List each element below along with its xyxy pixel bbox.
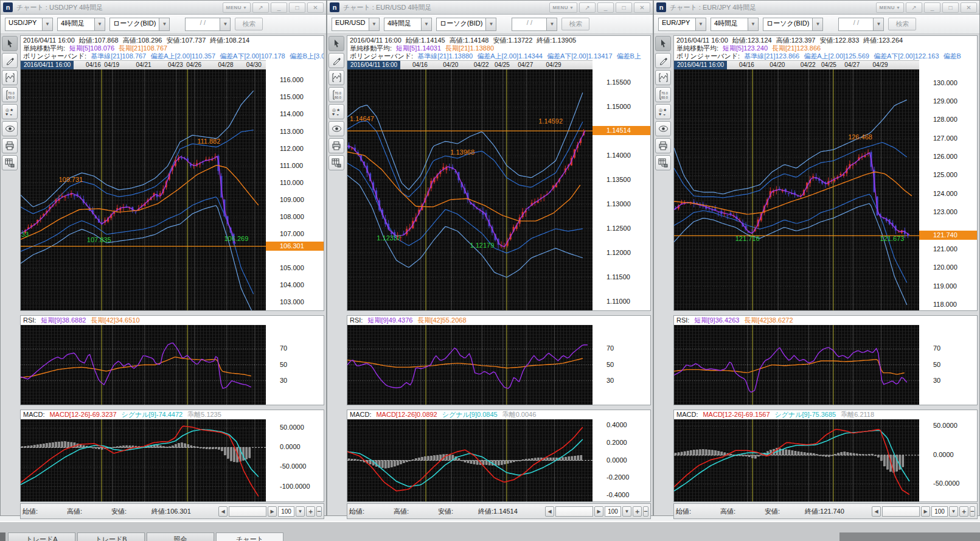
charttype-select[interactable]: ローソク(BID)▼ bbox=[763, 18, 823, 31]
print-tool-button[interactable] bbox=[2, 138, 18, 153]
tab-inquiry[interactable]: 照会 bbox=[147, 532, 214, 541]
tab-trade-b[interactable]: トレードB bbox=[77, 532, 145, 541]
menu-button[interactable]: MENU▼ bbox=[223, 2, 251, 13]
date-input[interactable]: / /▼ bbox=[185, 18, 231, 31]
menu-button[interactable]: MENU▼ bbox=[876, 2, 904, 13]
symbols-tool-button[interactable]: ◎★♥◒ bbox=[328, 104, 344, 119]
eye-visibility-tool-button[interactable] bbox=[328, 121, 344, 136]
price-tick: 1.13500 bbox=[593, 176, 650, 184]
macd-chart[interactable] bbox=[21, 419, 266, 501]
price-chart[interactable]: 126.468121.716121.673 bbox=[674, 69, 919, 310]
eye-visibility-tool-button[interactable] bbox=[2, 121, 18, 136]
zoom-in-button[interactable]: ＋ bbox=[633, 506, 642, 517]
charttype-select[interactable]: ローソク(BID)▼ bbox=[109, 18, 170, 31]
search-button[interactable]: 検索 bbox=[235, 18, 263, 30]
menu-label: MENU bbox=[226, 5, 242, 10]
macd-chart[interactable] bbox=[347, 419, 593, 501]
symbols-tool-button[interactable]: ◎★♥◒ bbox=[2, 104, 18, 119]
scrollbar[interactable] bbox=[229, 506, 266, 517]
maximize-button[interactable]: □ bbox=[616, 2, 632, 13]
close-button[interactable]: ✕ bbox=[634, 2, 650, 13]
scroll-right-button[interactable]: ▶ bbox=[921, 506, 930, 517]
rsi-chart[interactable] bbox=[21, 325, 266, 405]
date-input[interactable]: / /▼ bbox=[838, 18, 884, 31]
close-button[interactable]: ✕ bbox=[307, 2, 324, 13]
popout-button[interactable]: ↗ bbox=[579, 2, 596, 13]
price-chart[interactable]: 109.731111.88233107.835106.269 bbox=[21, 69, 266, 310]
zoom-in-button[interactable]: ＋ bbox=[306, 506, 315, 517]
charttype-select[interactable]: ローソク(BID)▼ bbox=[436, 18, 496, 31]
search-button[interactable]: 検索 bbox=[561, 18, 589, 30]
tab-trade-a[interactable]: トレードA bbox=[8, 532, 75, 541]
close-button[interactable]: ✕ bbox=[961, 2, 977, 13]
scrollbar[interactable] bbox=[882, 506, 920, 517]
search-button[interactable]: 検索 bbox=[888, 18, 916, 30]
bar-count-dropdown[interactable]: ▼ bbox=[949, 506, 958, 517]
zoom-out-button[interactable]: − bbox=[316, 506, 322, 517]
popout-button[interactable]: ↗ bbox=[906, 2, 922, 13]
print-tool-button[interactable] bbox=[328, 138, 344, 153]
minimize-button[interactable]: _ bbox=[271, 2, 287, 13]
rsi-chart[interactable] bbox=[674, 325, 919, 405]
timeframe-select[interactable]: 4時間足▼ bbox=[384, 18, 432, 31]
popout-button[interactable]: ↗ bbox=[252, 2, 269, 13]
minimize-button[interactable]: _ bbox=[597, 2, 614, 13]
pencil-tool-button[interactable] bbox=[655, 53, 671, 68]
price-scale-tool-button[interactable]: 70.060.0 bbox=[655, 87, 671, 102]
pair-select[interactable]: EUR/JPY▼ bbox=[658, 18, 706, 31]
timeframe-select[interactable]: 4時間足▼ bbox=[57, 18, 105, 31]
eye-visibility-tool-button[interactable] bbox=[655, 121, 671, 136]
date-input[interactable]: / /▼ bbox=[512, 18, 557, 31]
scroll-left-button[interactable]: ◀ bbox=[218, 506, 228, 517]
window-titlebar[interactable]: n チャート : USD/JPY 4時間足 MENU▼ ↗ _ □ ✕ bbox=[1, 1, 326, 15]
maximize-button[interactable]: □ bbox=[942, 2, 959, 13]
zoom-in-button[interactable]: ＋ bbox=[959, 506, 968, 517]
price-scale-tool-button[interactable]: 70.060.0 bbox=[328, 87, 344, 102]
macd-tick: -0.2000 bbox=[593, 473, 650, 481]
window-titlebar[interactable]: n チャート : EUR/JPY 4時間足 MENU▼ ↗ _ □ ✕ bbox=[654, 1, 979, 15]
menu-button[interactable]: MENU▼ bbox=[549, 2, 577, 13]
scroll-right-button[interactable]: ▶ bbox=[594, 506, 603, 517]
macd-chart[interactable] bbox=[674, 419, 919, 501]
indicator-chart-tool-button[interactable] bbox=[328, 70, 344, 85]
current-price-badge: 121.740 bbox=[919, 231, 977, 240]
data-export-tool-button[interactable] bbox=[2, 155, 18, 170]
date-input-value: / / bbox=[186, 18, 220, 30]
svg-text:◎: ◎ bbox=[5, 108, 9, 112]
scroll-left-button[interactable]: ◀ bbox=[545, 506, 554, 517]
cursor-tool-button[interactable] bbox=[2, 36, 18, 51]
svg-text:121.716: 121.716 bbox=[735, 235, 760, 242]
window-titlebar[interactable]: n チャート : EUR/USD 4時間足 MENU▼ ↗ _ □ ✕ bbox=[327, 1, 653, 15]
cursor-tool-button[interactable] bbox=[328, 36, 344, 51]
rsi-chart[interactable] bbox=[347, 325, 593, 405]
macd-axis: 50.00000.0000-50.0000 bbox=[919, 419, 977, 501]
macd-axis: 0.40000.20000.0000-0.2000-0.4000 bbox=[593, 419, 650, 501]
high-label: 高値: bbox=[720, 507, 763, 516]
data-export-tool-button[interactable] bbox=[655, 155, 671, 170]
scroll-left-button[interactable]: ◀ bbox=[872, 506, 881, 517]
zoom-out-button[interactable]: − bbox=[643, 506, 648, 517]
pair-select[interactable]: USD/JPY▼ bbox=[5, 18, 53, 31]
ohlc-info-line: 2016/04/11 16:00始値:123.124高値:123.397安値:1… bbox=[676, 37, 977, 44]
pencil-tool-button[interactable] bbox=[328, 53, 344, 68]
zoom-out-button[interactable]: − bbox=[970, 506, 975, 517]
bar-count-dropdown[interactable]: ▼ bbox=[622, 506, 631, 517]
scrollbar[interactable] bbox=[555, 506, 593, 517]
timeframe-select[interactable]: 4時間足▼ bbox=[711, 18, 759, 31]
print-tool-button[interactable] bbox=[655, 138, 671, 153]
minimize-button[interactable]: _ bbox=[924, 2, 940, 13]
data-export-tool-button[interactable] bbox=[328, 155, 344, 170]
price-chart[interactable]: 1.146471.145921.139681.123371.12179 bbox=[347, 69, 593, 310]
cursor-tool-button[interactable] bbox=[655, 36, 671, 51]
pencil-tool-button[interactable] bbox=[2, 53, 18, 68]
scroll-right-button[interactable]: ▶ bbox=[268, 506, 277, 517]
indicator-chart-tool-button[interactable] bbox=[2, 70, 18, 85]
tab-chart[interactable]: チャート bbox=[216, 532, 283, 541]
symbols-tool-button[interactable]: ◎★♥◒ bbox=[655, 104, 671, 119]
price-tick: 107.000 bbox=[266, 230, 324, 238]
pair-select[interactable]: EUR/USD▼ bbox=[332, 18, 380, 31]
indicator-chart-tool-button[interactable] bbox=[655, 70, 671, 85]
price-scale-tool-button[interactable]: 70.060.0 bbox=[2, 87, 18, 102]
bar-count-dropdown[interactable]: ▼ bbox=[296, 506, 305, 517]
maximize-button[interactable]: □ bbox=[289, 2, 305, 13]
